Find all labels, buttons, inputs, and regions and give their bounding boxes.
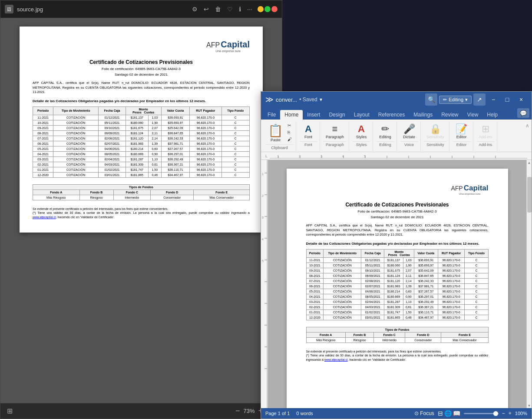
word-footer-link[interactable]: www.afpcapital.cl — [324, 358, 348, 361]
document-preview: AFP Capital Una empresa sura Certificado… — [20, 27, 263, 233]
toolbar-icon-2[interactable]: ↩ — [202, 5, 211, 13]
tab-view[interactable]: View — [463, 110, 483, 120]
toolbar-icon-3[interactable]: 🗑 — [213, 5, 223, 13]
font-icon: A — [305, 123, 312, 135]
table-cell: COTIZACIÓN — [324, 299, 361, 304]
paragraph-icon: ≡ — [332, 123, 338, 135]
table-cell: 01/12/2021 — [99, 115, 126, 120]
zoom-out-icon[interactable]: − — [502, 410, 505, 416]
right-scrollbar[interactable]: ▲ ▼ — [526, 160, 532, 408]
table-cell: $181.865 — [126, 172, 148, 177]
scroll-up-button[interactable]: ▲ — [527, 160, 532, 165]
table-cell: C — [221, 146, 249, 151]
tab-help[interactable]: Help — [482, 110, 502, 120]
zoom-thumb[interactable] — [493, 411, 498, 416]
table-cell: 96.820.170-0 — [190, 151, 221, 156]
font-label: Font — [304, 135, 312, 139]
tab-insert[interactable]: Insert — [303, 110, 324, 120]
word-saved-status: • Saved — [299, 96, 317, 103]
word-maximize-button[interactable]: □ — [501, 93, 513, 106]
styles-button[interactable]: A Styles — [353, 122, 370, 140]
styles-group-label: Styles — [353, 141, 370, 147]
table-cell: COTIZACIÓN — [324, 289, 361, 294]
table-cell: 0,61 — [403, 304, 414, 309]
funds-table: Tipos de Fondos Fondo AFondo BFondo CFon… — [33, 184, 250, 200]
editor-button[interactable]: 📝 Editor — [453, 122, 470, 140]
toolbar-icon-4[interactable]: ♡ — [225, 5, 235, 13]
close-button[interactable] — [271, 6, 278, 12]
scroll-thumb[interactable] — [527, 177, 532, 213]
funds-value-cell: Más Riesgoso — [306, 337, 345, 343]
ribbon-tabs: File Home Insert Design Layout Reference… — [261, 107, 532, 120]
paragraph-button[interactable]: ≡ Paragraph — [324, 122, 346, 140]
word-minimize-button[interactable]: − — [487, 93, 499, 106]
tab-layout[interactable]: Layout — [350, 110, 374, 120]
zoom-in-icon[interactable]: + — [509, 410, 512, 416]
table-cell: 06-2021 — [33, 141, 53, 146]
read-mode-button[interactable]: 📖 — [453, 410, 460, 417]
ribbon-collapse-icon[interactable]: ∧ — [525, 123, 529, 129]
table-cell: 02/07/2021 — [361, 283, 384, 289]
table-cell: 09/10/2021 — [99, 125, 126, 130]
tab-review[interactable]: Review — [437, 110, 463, 120]
table-cell: 96.820.170-0 — [438, 299, 465, 304]
tab-references[interactable]: References — [374, 110, 409, 120]
table-row: 09-2021COTIZACIÓN09/10/2021$181.6752,07$… — [306, 268, 488, 273]
table-cell: 2,07 — [403, 268, 414, 273]
tab-mailings[interactable]: Mailings — [409, 110, 437, 120]
table-cell: 1,10 — [148, 156, 161, 162]
table-cell: $36.110,71 — [161, 167, 190, 172]
share-button[interactable]: ↗ — [473, 93, 486, 106]
minimize-button[interactable] — [258, 6, 264, 12]
table-cell: 0,90 — [403, 294, 414, 299]
scroll-down-button[interactable]: ▼ — [527, 403, 532, 408]
dictate-button[interactable]: 🎤 Dictate — [400, 122, 418, 140]
left-ruler: 1 2 3 4 5 — [261, 160, 268, 408]
doc-subtitle: Detalle de las Cotizaciones Obligatorias… — [33, 99, 250, 103]
font-button[interactable]: A Font — [300, 122, 317, 140]
web-layout-button[interactable]: 🌐 — [444, 410, 452, 417]
table-cell: C — [465, 299, 488, 304]
footer-link[interactable]: www.afpcapital.cl — [33, 216, 56, 219]
focus-button[interactable]: ⊙ Focus — [414, 410, 434, 416]
collapse-icon[interactable]: ≫ — [265, 95, 274, 104]
comments-button[interactable]: 💬 — [517, 108, 529, 118]
maximize-button[interactable] — [264, 6, 271, 12]
toolbar-icon-1[interactable]: ⚙ — [190, 5, 199, 13]
funds-title: Tipos de Fondos — [33, 184, 250, 190]
dictate-label: Dictate — [403, 135, 415, 139]
table-cell: COTIZACIÓN — [53, 141, 99, 146]
word-doc-footer: Se extiende el presente certificado a pe… — [306, 349, 489, 362]
table-cell: 03/01/2021 — [361, 315, 384, 320]
table-cell: $36.367,21 — [161, 162, 190, 167]
th-tipo: Tipo de Movimiento — [53, 106, 99, 115]
th-periodo: Periodo — [33, 106, 53, 115]
tab-home[interactable]: Home — [280, 110, 303, 120]
table-cell: COTIZACIÓN — [324, 304, 361, 309]
table-cell: 01-2021 — [33, 167, 53, 172]
table-cell: 1,03 — [403, 257, 414, 263]
format-painter-button[interactable]: 🖌 — [286, 136, 293, 143]
cut-button[interactable]: ✂ — [286, 122, 293, 129]
zoom-out-button[interactable]: − — [234, 406, 241, 416]
word-close-button[interactable]: × — [515, 93, 527, 106]
funds-header-cell: Fondo B — [79, 190, 113, 195]
table-cell: $36.242,33 — [414, 278, 438, 283]
zoom-slider[interactable] — [464, 413, 499, 414]
paste-button[interactable]: 📋 Paste — [266, 122, 285, 143]
table-row: 11-2021COTIZACIÓN01/12/2021$181.1371,03$… — [306, 257, 488, 263]
editing-button[interactable]: ✏ Editing — [377, 122, 394, 140]
toolbar-icon-5[interactable]: ℹ — [237, 5, 243, 13]
word-logo-text: AFP Capital — [451, 184, 488, 193]
print-layout-button[interactable]: ⊟ — [438, 410, 443, 417]
table-cell: 03/01/2021 — [99, 172, 126, 177]
copy-button[interactable]: ⎘ — [286, 129, 293, 136]
tab-file[interactable]: File — [263, 110, 280, 120]
dropdown-icon[interactable]: ▾ — [320, 96, 322, 103]
editing-badge[interactable]: ✏ Editing ▾ — [439, 96, 472, 104]
table-cell: 96.820.170-0 — [438, 263, 465, 268]
tab-design[interactable]: Design — [324, 110, 349, 120]
toolbar-icon-6[interactable]: ··· — [245, 5, 254, 13]
table-cell: $35.642,09 — [414, 268, 438, 273]
search-button[interactable]: 🔍 — [425, 93, 437, 106]
